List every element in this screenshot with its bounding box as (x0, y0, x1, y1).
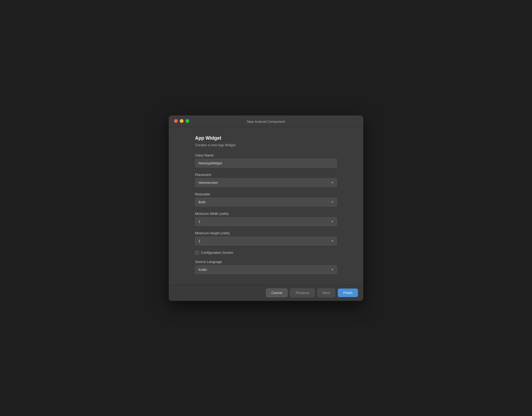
traffic-lights (174, 119, 189, 123)
placement-field-group: Placement Homescreen Lockscreen Both ▼ (195, 173, 337, 187)
min-height-field-group: Minimum Height (cells) 1 2 3 4 ▼ (195, 231, 337, 245)
min-width-select-wrapper: 1 2 3 4 ▼ (195, 217, 337, 226)
configuration-screen-checkbox[interactable] (195, 251, 199, 255)
form-content: App Widget Creates a new App Widget Clas… (169, 127, 363, 285)
cancel-button[interactable]: Cancel (266, 288, 288, 297)
configuration-screen-label[interactable]: Configuration Screen (201, 251, 233, 255)
min-width-select[interactable]: 1 2 3 4 (195, 217, 337, 226)
placement-select[interactable]: Homescreen Lockscreen Both (195, 178, 337, 187)
source-language-field-group: Source Language Kotlin Java ▼ (195, 260, 337, 274)
min-width-field-group: Minimum Width (cells) 1 2 3 4 ▼ (195, 212, 337, 226)
minimize-button[interactable] (180, 119, 183, 123)
close-button[interactable] (174, 119, 178, 123)
dialog-footer: Cancel Previous Next Finish (169, 285, 363, 301)
min-width-label: Minimum Width (cells) (195, 212, 337, 216)
titlebar: New Android Component (169, 115, 363, 127)
dialog-window: New Android Component App Widget Creates… (169, 115, 363, 301)
source-language-label: Source Language (195, 260, 337, 264)
class-name-label: Class Name (195, 153, 337, 157)
maximize-button[interactable] (186, 119, 189, 123)
min-height-label: Minimum Height (cells) (195, 231, 337, 235)
next-button[interactable]: Next (317, 288, 335, 297)
class-name-field-group: Class Name (195, 153, 337, 168)
resizable-field-group: Resizable Both Horizontal Vertical None … (195, 192, 337, 206)
source-language-select-wrapper: Kotlin Java ▼ (195, 265, 337, 274)
min-height-select[interactable]: 1 2 3 4 (195, 237, 337, 245)
resizable-select-wrapper: Both Horizontal Vertical None ▼ (195, 198, 337, 206)
finish-button[interactable]: Finish (338, 288, 358, 297)
class-name-input[interactable] (195, 159, 337, 168)
configuration-screen-row: Configuration Screen (195, 251, 337, 255)
resizable-select[interactable]: Both Horizontal Vertical None (195, 198, 337, 206)
previous-button[interactable]: Previous (290, 288, 315, 297)
placement-select-wrapper: Homescreen Lockscreen Both ▼ (195, 178, 337, 187)
source-language-select[interactable]: Kotlin Java (195, 265, 337, 274)
resizable-label: Resizable (195, 192, 337, 196)
section-subtitle: Creates a new App Widget (195, 143, 337, 147)
window-title: New Android Component (247, 120, 285, 124)
min-height-select-wrapper: 1 2 3 4 ▼ (195, 237, 337, 245)
section-title: App Widget (195, 135, 337, 141)
placement-label: Placement (195, 173, 337, 177)
